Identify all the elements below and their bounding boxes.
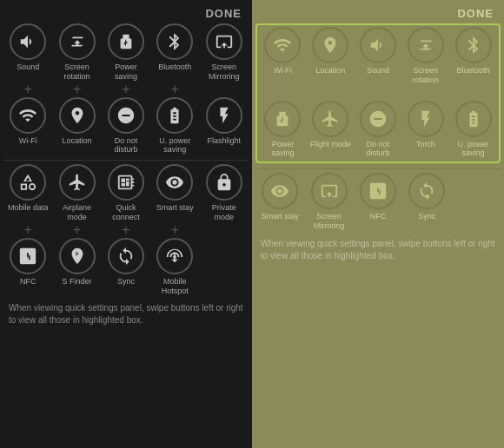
torch-r-label: Torch bbox=[416, 140, 435, 149]
right-panel: DONE Wi-Fi Location S bbox=[252, 0, 504, 448]
rplus-2[interactable]: + bbox=[308, 87, 353, 99]
right-done-button[interactable]: DONE bbox=[255, 7, 501, 23]
s-finder-icon-circle bbox=[59, 238, 96, 274]
u-power-saving-r-label: U. power saving bbox=[451, 140, 496, 159]
plus-7[interactable]: + bbox=[55, 224, 100, 236]
bluetooth-r-icon-circle bbox=[455, 27, 492, 63]
nfc-r-icon-circle bbox=[360, 173, 396, 209]
screen-mirroring-r-label: Screen Mirroring bbox=[307, 212, 352, 231]
item-smart-stay[interactable]: Smart stay bbox=[152, 164, 197, 222]
item-screen-mirroring-r[interactable]: Screen Mirroring bbox=[307, 173, 352, 231]
left-row-3: Mobile data Airplane mode Quick connect … bbox=[3, 164, 249, 222]
item-location-r[interactable]: Location bbox=[308, 27, 353, 85]
item-sync-r[interactable]: Sync bbox=[404, 173, 449, 231]
sync-label: Sync bbox=[117, 277, 135, 287]
item-s-finder[interactable]: S Finder bbox=[55, 238, 100, 296]
u-power-saving-icon-circle bbox=[156, 97, 193, 134]
nfc-r-label: NFC bbox=[370, 212, 387, 221]
plus-10 bbox=[202, 224, 247, 236]
left-divider bbox=[3, 160, 249, 161]
rplus-4[interactable]: + bbox=[403, 87, 448, 99]
item-smart-stay-r[interactable]: Smart stay bbox=[257, 173, 302, 231]
bluetooth-r-label: Bluetooth bbox=[457, 66, 490, 76]
left-plus-row-2: + + + + bbox=[3, 224, 249, 236]
smart-stay-icon-circle bbox=[156, 164, 193, 201]
mobile-hotspot-label: Mobile Hotspot bbox=[152, 277, 197, 296]
item-screen-rotation-r[interactable]: Screen rotation bbox=[403, 27, 448, 85]
mobile-data-icon-circle bbox=[10, 164, 46, 201]
screen-rotation-r-label: Screen rotation bbox=[403, 66, 448, 85]
item-sound-r[interactable]: Sound bbox=[355, 27, 401, 85]
left-bottom-text: When viewing quick settings panel, swipe… bbox=[3, 302, 249, 326]
plus-3[interactable]: + bbox=[103, 83, 149, 96]
airplane-mode-icon-circle bbox=[59, 164, 96, 201]
quick-connect-icon-circle bbox=[108, 164, 144, 201]
item-screen-rotation[interactable]: Screen rotation bbox=[55, 23, 100, 82]
right-divider bbox=[255, 168, 501, 169]
plus-2[interactable]: + bbox=[55, 83, 100, 96]
item-mobile-data[interactable]: Mobile data bbox=[5, 164, 50, 222]
left-row-1: Sound Screen rotation Power saving Bluet… bbox=[3, 23, 249, 82]
dnd-r-icon-circle bbox=[360, 101, 396, 137]
plus-8[interactable]: + bbox=[103, 224, 149, 236]
location-icon-circle bbox=[59, 97, 96, 134]
item-sound[interactable]: Sound bbox=[5, 23, 50, 82]
left-panel: DONE Sound Screen rotation Power saving bbox=[0, 0, 252, 448]
sound-label: Sound bbox=[17, 63, 39, 72]
item-wifi-r[interactable]: Wi-Fi bbox=[260, 27, 305, 85]
flight-mode-r-label: Flight mode bbox=[310, 140, 351, 149]
private-mode-icon-circle bbox=[206, 164, 242, 201]
placeholder-r bbox=[454, 173, 499, 231]
plus-9[interactable]: + bbox=[152, 224, 197, 236]
item-dnd-r[interactable]: Do not disturb bbox=[355, 101, 401, 159]
rplus-3[interactable]: + bbox=[355, 87, 401, 99]
item-nfc-r[interactable]: NFC bbox=[355, 173, 401, 231]
wifi-icon-circle bbox=[10, 97, 46, 134]
rplus-1[interactable]: + bbox=[260, 87, 305, 99]
item-quick-connect[interactable]: Quick connect bbox=[103, 164, 149, 222]
item-screen-mirroring[interactable]: Screen Mirroring bbox=[202, 23, 247, 82]
flashlight-icon-circle bbox=[206, 97, 242, 134]
item-flashlight[interactable]: Flashlight bbox=[202, 97, 247, 155]
u-power-saving-label: U. power saving bbox=[152, 136, 197, 155]
item-flight-mode-r[interactable]: Flight mode bbox=[308, 101, 353, 159]
screen-mirroring-r-icon-circle bbox=[311, 173, 348, 209]
item-u-power-saving-r[interactable]: U. power saving bbox=[451, 101, 496, 159]
item-nfc[interactable]: NFC bbox=[5, 238, 50, 296]
item-power-saving-r[interactable]: Power saving bbox=[260, 101, 305, 159]
left-row-2: Wi-Fi Location Do not disturb U. power s… bbox=[3, 97, 249, 155]
private-mode-label: Private mode bbox=[202, 203, 247, 222]
location-label: Location bbox=[63, 136, 92, 146]
power-saving-icon-circle bbox=[108, 23, 144, 60]
sound-r-label: Sound bbox=[367, 66, 389, 76]
flight-mode-r-icon-circle bbox=[312, 101, 348, 137]
item-power-saving[interactable]: Power saving bbox=[103, 23, 149, 82]
rplus-5 bbox=[451, 87, 496, 99]
dnd-label: Do not disturb bbox=[103, 136, 149, 155]
right-row-1: Wi-Fi Location Sound Scree bbox=[259, 27, 497, 85]
plus-6[interactable]: + bbox=[5, 224, 50, 236]
item-dnd[interactable]: Do not disturb bbox=[103, 97, 149, 155]
item-bluetooth[interactable]: Bluetooth bbox=[152, 23, 197, 82]
plus-1[interactable]: + bbox=[5, 83, 50, 96]
left-done-button[interactable]: DONE bbox=[3, 7, 249, 23]
item-torch-r[interactable]: Torch bbox=[403, 101, 448, 159]
flashlight-label: Flashlight bbox=[207, 136, 241, 146]
item-location[interactable]: Location bbox=[55, 97, 100, 155]
plus-4[interactable]: + bbox=[152, 83, 197, 96]
sound-r-icon-circle bbox=[360, 27, 396, 63]
item-private-mode[interactable]: Private mode bbox=[202, 164, 247, 222]
item-mobile-hotspot[interactable]: Mobile Hotspot bbox=[152, 238, 197, 296]
smart-stay-r-label: Smart stay bbox=[262, 212, 299, 221]
smart-stay-label: Smart stay bbox=[156, 203, 194, 213]
right-bottom-text: When viewing quick settings panel, swipe… bbox=[255, 238, 501, 262]
item-wifi[interactable]: Wi-Fi bbox=[5, 97, 50, 155]
item-sync[interactable]: Sync bbox=[103, 238, 149, 296]
s-finder-label: S Finder bbox=[63, 277, 92, 287]
item-u-power-saving[interactable]: U. power saving bbox=[152, 97, 197, 155]
wifi-r-icon-circle bbox=[264, 27, 301, 63]
item-bluetooth-r[interactable]: Bluetooth bbox=[451, 27, 496, 85]
screen-rotation-r-icon-circle bbox=[408, 27, 444, 63]
sync-icon-circle bbox=[108, 238, 144, 274]
item-airplane-mode[interactable]: Airplane mode bbox=[55, 164, 100, 222]
